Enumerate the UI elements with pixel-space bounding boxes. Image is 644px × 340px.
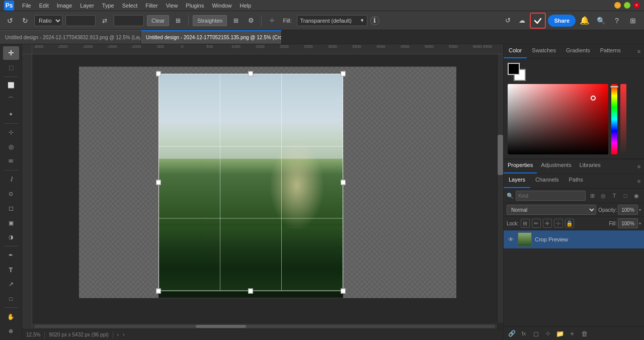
notification-icon[interactable]: 🔔 — [578, 14, 592, 28]
filter-type-icon[interactable]: T — [610, 191, 619, 200]
hand-tool[interactable]: ✋ — [3, 310, 19, 323]
tab-2[interactable]: Untitled design - 2024-12-17T052155.135.… — [141, 30, 282, 44]
properties-tab[interactable]: Properties — [504, 159, 537, 174]
layer-fx-icon[interactable]: fx — [519, 328, 529, 338]
canvas-viewport[interactable] — [32, 54, 503, 329]
layer-delete-icon[interactable]: 🗑 — [579, 328, 589, 338]
h-scroll-thumb[interactable] — [196, 325, 246, 328]
artboard-tool[interactable]: ⬚ — [3, 61, 19, 74]
crop-handle-mr[interactable] — [341, 180, 346, 185]
menu-view[interactable]: View — [163, 2, 181, 10]
lasso-tool[interactable]: ⌒ — [3, 93, 19, 107]
layers-search-input[interactable] — [516, 191, 586, 201]
gradient-tool[interactable]: ▣ — [3, 216, 19, 230]
fill-dropdown[interactable]: Transparent (default) ▾ — [297, 15, 367, 26]
maximize-button[interactable]: □ — [624, 2, 630, 9]
v-scrollbar[interactable] — [497, 54, 503, 323]
eraser-tool[interactable]: ◻ — [3, 202, 19, 215]
layers-expand-icon[interactable]: ≡ — [634, 174, 644, 188]
magic-wand-tool[interactable]: ✦ — [3, 108, 19, 121]
panel-expand-icon[interactable]: ≡ — [634, 44, 644, 58]
marquee-tool[interactable]: ⬜ — [3, 79, 19, 93]
straighten-button[interactable]: Straighten — [193, 15, 227, 26]
color-tab[interactable]: Color — [504, 44, 527, 58]
layer-visibility-icon[interactable]: 👁 — [507, 235, 515, 243]
opacity-arrow[interactable]: ▾ — [639, 208, 641, 212]
pen-tool[interactable]: ✒ — [3, 248, 19, 262]
crop-tool[interactable]: ⊹ — [3, 126, 19, 139]
menu-help[interactable]: Help — [237, 2, 255, 10]
width-input[interactable] — [65, 15, 96, 26]
help-icon[interactable]: ? — [610, 14, 624, 28]
fill-input[interactable] — [618, 218, 638, 228]
confirm-crop-button[interactable] — [530, 13, 546, 29]
path-select-tool[interactable]: ↗ — [3, 278, 19, 291]
layer-adjustment-icon[interactable]: ⊹ — [543, 328, 553, 338]
crop-shield-icon[interactable]: ⊹ — [266, 15, 278, 27]
crop-handle-tc[interactable] — [248, 71, 253, 76]
gradients-tab[interactable]: Gradients — [561, 44, 595, 58]
libraries-tab[interactable]: Libraries — [576, 159, 605, 174]
swap-icon[interactable]: ⇄ — [99, 15, 111, 27]
lock-all-icon[interactable]: 🔒 — [565, 219, 574, 228]
lock-artboard-icon[interactable]: ⊹ — [554, 219, 563, 228]
menu-select[interactable]: Select — [119, 2, 141, 10]
layer-group-icon[interactable]: 📁 — [555, 328, 565, 338]
patch-tool[interactable]: ✉ — [3, 154, 19, 168]
crop-handle-tl[interactable] — [156, 71, 161, 76]
filter-smart-icon[interactable]: ◉ — [632, 191, 641, 200]
grid-icon[interactable]: ⊞ — [230, 15, 242, 27]
nav-arrow-right[interactable]: › — [123, 332, 124, 337]
menu-image[interactable]: Image — [54, 2, 75, 10]
swatches-tab[interactable]: Swatches — [527, 44, 561, 58]
crop-handle-tr[interactable] — [341, 71, 346, 76]
filter-pixel-icon[interactable]: ⊞ — [588, 191, 597, 200]
channels-tab[interactable]: Channels — [530, 174, 564, 188]
panels-icon[interactable]: ⊞ — [626, 14, 640, 28]
height-input[interactable] — [114, 15, 144, 26]
brush-tool[interactable]: ⌇ — [3, 173, 19, 186]
lock-position-icon[interactable]: ⊞ — [521, 219, 530, 228]
eyedropper-tool[interactable]: ◎ — [3, 140, 19, 154]
history-back-icon[interactable]: ↺ — [4, 15, 16, 27]
patterns-tab[interactable]: Patterns — [595, 44, 626, 58]
shape-tool[interactable]: □ — [3, 292, 19, 306]
lock-move-icon[interactable]: ✛ — [543, 219, 552, 228]
clone-tool[interactable]: ⊙ — [3, 187, 19, 201]
crop-handle-ml[interactable] — [156, 180, 161, 185]
search-icon[interactable]: 🔍 — [594, 14, 608, 28]
layer-item-crop-preview[interactable]: 👁 Crop Preview — [504, 230, 644, 248]
layer-link-icon[interactable]: 🔗 — [507, 328, 517, 338]
opacity-input[interactable] — [618, 205, 638, 215]
layers-tab[interactable]: Layers — [504, 174, 530, 188]
settings-icon[interactable]: ⚙ — [245, 15, 257, 27]
blend-mode-select[interactable]: Normal — [507, 205, 596, 215]
foreground-color-swatch[interactable] — [508, 63, 520, 75]
adjustments-tab[interactable]: Adjustments — [537, 159, 576, 174]
move-tool[interactable]: ✛ — [3, 46, 19, 60]
hue-slider[interactable] — [611, 84, 617, 154]
crop-handle-bc[interactable] — [248, 289, 253, 294]
paths-tab[interactable]: Paths — [564, 174, 588, 188]
dodge-tool[interactable]: ◑ — [3, 230, 19, 244]
menu-type[interactable]: Type — [99, 2, 117, 10]
close-button[interactable]: ✕ — [633, 2, 640, 9]
menu-plugins[interactable]: Plugins — [183, 2, 207, 10]
menu-edit[interactable]: Edit — [36, 2, 52, 10]
lock-pixel-icon[interactable]: ✏ — [532, 219, 541, 228]
clear-button[interactable]: Clear — [147, 15, 169, 26]
crop-handle-br[interactable] — [341, 289, 346, 294]
tab-1[interactable]: Untitled design - 2024-12-17T043832.913.… — [0, 30, 141, 44]
share-button[interactable]: Share — [548, 15, 576, 27]
menu-window[interactable]: Window — [209, 2, 234, 10]
history-icon[interactable]: ↺ — [502, 15, 514, 27]
filter-adjust-icon[interactable]: ◎ — [599, 191, 608, 200]
zoom-tool[interactable]: ⊕ — [3, 324, 19, 338]
filter-shape-icon[interactable]: □ — [621, 191, 630, 200]
v-scroll-thumb[interactable] — [498, 135, 503, 175]
menu-layer[interactable]: Layer — [77, 2, 97, 10]
nav-arrow[interactable]: ‹ — [117, 332, 119, 337]
crop-handle-bl[interactable] — [156, 289, 161, 294]
info-icon[interactable]: ℹ — [370, 16, 379, 25]
layer-new-icon[interactable]: + — [567, 328, 577, 338]
